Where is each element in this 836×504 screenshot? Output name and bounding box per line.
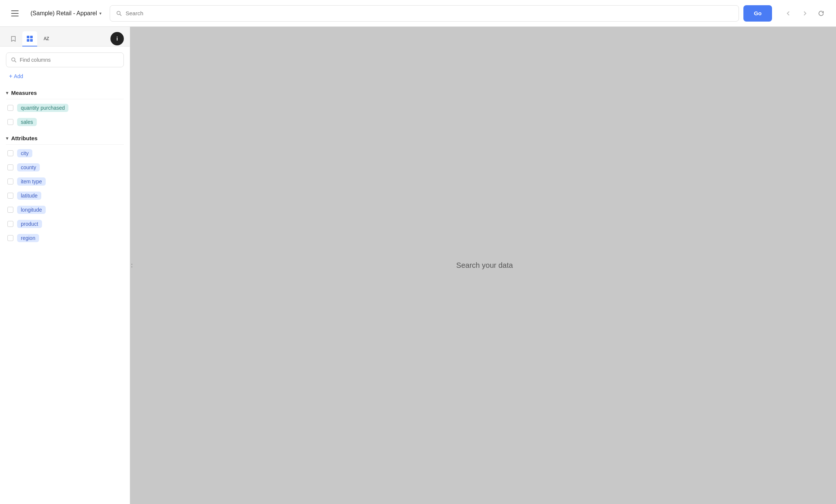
info-label: i [116, 36, 118, 42]
item-type-checkbox[interactable] [7, 179, 13, 184]
resize-handle[interactable] [130, 27, 133, 504]
bookmark-icon [10, 36, 16, 42]
list-item[interactable]: longitude [6, 203, 124, 217]
measures-chevron-icon: ▾ [6, 90, 8, 96]
list-item[interactable]: latitude [6, 189, 124, 203]
quantity-purchased-checkbox[interactable] [7, 105, 13, 111]
product-tag: product [17, 220, 42, 228]
empty-state-text: Search your data [456, 261, 513, 270]
canvas-area: Search your data [133, 27, 836, 504]
county-checkbox[interactable] [7, 164, 13, 170]
item-type-tag: item type [17, 177, 46, 186]
product-checkbox[interactable] [7, 221, 13, 227]
longitude-tag: longitude [17, 206, 46, 214]
search-bar [110, 5, 739, 22]
add-button[interactable]: + Add [6, 72, 26, 81]
city-tag: city [17, 149, 32, 157]
region-checkbox[interactable] [7, 235, 13, 241]
measures-section: ▾ Measures quantity purchased sales [6, 87, 124, 129]
attributes-section: ▾ Attributes city county item type [6, 132, 124, 245]
svg-point-0 [117, 11, 120, 15]
info-button[interactable]: i [110, 32, 124, 45]
list-item[interactable]: item type [6, 174, 124, 189]
longitude-checkbox[interactable] [7, 207, 13, 213]
nav-buttons [781, 6, 829, 21]
attributes-section-title: Attributes [11, 135, 38, 141]
panel-tabs: AZ i [0, 27, 130, 46]
measures-section-header[interactable]: ▾ Measures [6, 87, 124, 99]
find-columns-input[interactable] [20, 57, 119, 63]
tab-bookmarks[interactable] [6, 31, 21, 46]
svg-line-3 [15, 61, 16, 62]
latitude-tag: latitude [17, 192, 41, 200]
latitude-checkbox[interactable] [7, 193, 13, 199]
left-panel: AZ i + Add ▾ [0, 27, 130, 504]
list-item[interactable]: sales [6, 115, 124, 129]
list-item[interactable]: region [6, 231, 124, 245]
menu-button[interactable] [7, 6, 22, 21]
main-content: AZ i + Add ▾ [0, 27, 836, 504]
hamburger-icon [11, 10, 19, 16]
attributes-chevron-icon: ▾ [6, 136, 8, 141]
svg-point-2 [12, 58, 15, 61]
measures-section-title: Measures [11, 90, 37, 96]
list-item[interactable]: product [6, 217, 124, 231]
tab-az[interactable]: AZ [39, 31, 54, 46]
quantity-purchased-tag: quantity purchased [17, 104, 68, 112]
list-item[interactable]: county [6, 160, 124, 174]
refresh-button[interactable] [814, 6, 829, 21]
attributes-section-header[interactable]: ▾ Attributes [6, 132, 124, 145]
list-item[interactable]: quantity purchased [6, 101, 124, 115]
forward-button[interactable] [797, 6, 812, 21]
list-item[interactable]: city [6, 146, 124, 160]
add-plus-icon: + [9, 73, 12, 79]
county-tag: county [17, 163, 40, 171]
city-checkbox[interactable] [7, 150, 13, 156]
resize-dots [131, 264, 132, 267]
find-columns-container [6, 52, 124, 67]
add-label: Add [14, 73, 23, 79]
go-button[interactable]: Go [743, 5, 772, 22]
back-button[interactable] [781, 6, 796, 21]
datasource-selector[interactable]: (Sample) Retail - Apparel ▾ [27, 8, 105, 19]
sales-tag: sales [17, 118, 37, 126]
grid-icon [27, 36, 33, 42]
az-icon: AZ [44, 36, 49, 41]
panel-body: + Add ▾ Measures quantity purchased sale… [0, 46, 130, 504]
svg-line-1 [120, 14, 121, 16]
tab-columns[interactable] [22, 31, 37, 46]
chevron-down-icon: ▾ [99, 11, 102, 16]
datasource-name: (Sample) Retail - Apparel [30, 10, 97, 17]
sales-checkbox[interactable] [7, 119, 13, 125]
search-input[interactable] [126, 10, 733, 16]
top-bar: (Sample) Retail - Apparel ▾ Go [0, 0, 836, 27]
search-icon [116, 10, 122, 16]
find-columns-search-icon [11, 57, 17, 63]
region-tag: region [17, 234, 39, 242]
